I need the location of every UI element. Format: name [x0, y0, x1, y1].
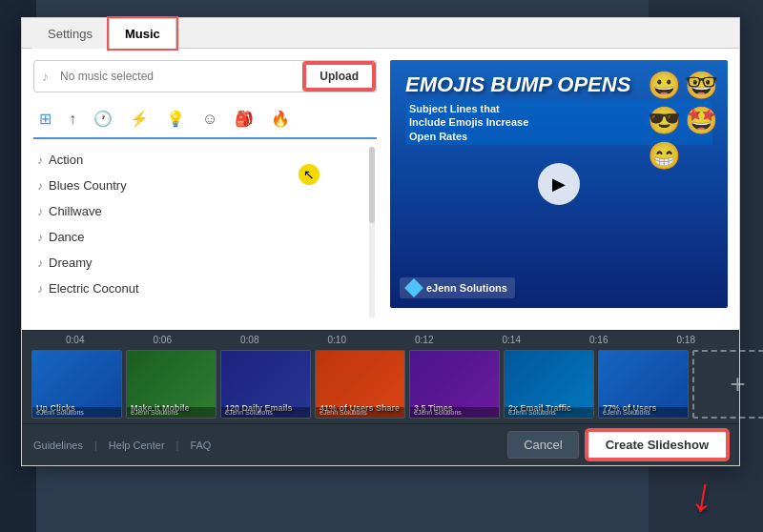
time-mark-8: 0:18	[643, 335, 731, 345]
dialog-body: ♪ Upload ⊞ ↑ 🕐 ⚡ 💡 ☺ 🎒 🔥 ↖	[22, 49, 739, 330]
time-mark-6: 0:14	[468, 335, 556, 345]
music-list-area: ↖ ♪ Action ♪ Blues Country ♪	[33, 147, 377, 318]
right-panel: Emojis Bump Opens Subject Lines that Inc…	[390, 60, 728, 318]
footer-sep-2: |	[176, 440, 179, 451]
create-slideshow-button[interactable]: Create Slideshow	[587, 430, 728, 460]
time-mark-4: 0:10	[294, 335, 382, 345]
category-all-icon[interactable]: ⊞	[35, 108, 55, 130]
emoji-laugh: 😁	[648, 140, 681, 172]
track-item-dance[interactable]: ♪ Dance	[33, 224, 377, 250]
slide-thumb-2[interactable]: Make it Mobile eJenn Solutions	[126, 350, 217, 419]
track-item-blues[interactable]: ♪ Blues Country	[33, 173, 377, 198]
music-dialog: Settings Music ♪ Upload ⊞ ↑ 🕐 ⚡ 💡 ☺ 🎒	[21, 17, 740, 466]
upload-button[interactable]: Upload	[304, 63, 374, 90]
thumb-bottom-3: eJenn Solutions	[221, 407, 310, 418]
cancel-button[interactable]: Cancel	[507, 431, 578, 459]
add-slide-button[interactable]: +	[692, 350, 763, 419]
video-emojis: 😀 🤓 😎 🤩 😁	[648, 70, 718, 172]
action-buttons: Cancel Create Slideshow	[507, 430, 728, 460]
time-mark-5: 0:12	[381, 335, 468, 345]
track-item-electric[interactable]: ♪ Electric Coconut	[33, 276, 377, 301]
timeline-thumbnails: Up Clicks eJenn Solutions Make it Mobile…	[22, 345, 739, 423]
track-item-dreamy[interactable]: ♪ Dreamy	[33, 250, 377, 276]
brand-name-text: eJenn Solutions	[426, 282, 507, 294]
slide-thumb-5[interactable]: 3.5 Times eJenn Solutions	[409, 350, 500, 419]
emoji-row-1: 😀 🤓	[648, 70, 718, 101]
footer-links: Guidelines | Help Center | FAQ	[33, 440, 211, 451]
music-note-icon-6: ♪	[37, 282, 43, 296]
thumb-bottom-4: eJenn Solutions	[316, 407, 404, 418]
thumb-bottom-2: eJenn Solutions	[127, 407, 216, 418]
video-branding: eJenn Solutions	[400, 277, 515, 298]
music-note-icon-4: ♪	[37, 231, 43, 244]
time-mark-2: 0:06	[119, 335, 207, 345]
emoji-row-2: 😎 🤩	[648, 105, 718, 136]
footer-link-faq[interactable]: FAQ	[190, 440, 211, 451]
tab-music[interactable]: Music	[109, 18, 176, 49]
timeline-ruler: 0:04 0:06 0:08 0:10 0:12 0:14 0:16 0:18	[22, 331, 739, 345]
track-item-action[interactable]: ♪ Action	[33, 147, 377, 173]
scrollbar[interactable]	[369, 147, 375, 318]
category-hot-icon[interactable]: 🔥	[267, 108, 294, 130]
music-note-icon-1: ♪	[37, 153, 43, 167]
scrollbar-thumb[interactable]	[369, 147, 375, 223]
category-icons-row: ⊞ ↑ 🕐 ⚡ 💡 ☺ 🎒 🔥	[33, 102, 377, 139]
slide-thumb-6[interactable]: 2x Email Traffic eJenn Solutions	[504, 350, 594, 419]
category-energy-icon[interactable]: ⚡	[126, 108, 153, 130]
emoji-nerd: 🤓	[685, 70, 718, 101]
time-mark-1: 0:04	[31, 335, 119, 345]
emoji-grin: 😀	[648, 70, 681, 101]
thumb-bottom-1: eJenn Solutions	[32, 407, 121, 418]
tab-bar: Settings Music	[22, 18, 739, 49]
footer-link-guidelines[interactable]: Guidelines	[33, 440, 83, 451]
category-corporate-icon[interactable]: 🎒	[231, 108, 258, 130]
music-note-icon-5: ♪	[37, 256, 43, 270]
music-search-input[interactable]	[56, 64, 302, 89]
track-item-chillwave[interactable]: ♪ Chillwave	[33, 198, 377, 224]
tab-settings[interactable]: Settings	[31, 18, 109, 49]
slide-thumb-1[interactable]: Up Clicks eJenn Solutions	[31, 350, 122, 419]
music-search-bar: ♪ Upload	[33, 60, 377, 92]
slide-thumb-7[interactable]: 77% of Users eJenn Solutions	[598, 350, 689, 419]
thumb-bottom-7: eJenn Solutions	[599, 407, 688, 418]
emoji-row-3: 😁	[648, 140, 718, 172]
left-panel: ♪ Upload ⊞ ↑ 🕐 ⚡ 💡 ☺ 🎒 🔥 ↖	[33, 60, 377, 318]
music-track-list: ♪ Action ♪ Blues Country ♪ Chillwave ♪	[33, 147, 377, 301]
emoji-cool: 😎	[648, 105, 681, 136]
timeline-section: 0:04 0:06 0:08 0:10 0:12 0:14 0:16 0:18 …	[22, 330, 739, 423]
video-preview[interactable]: Emojis Bump Opens Subject Lines that Inc…	[390, 60, 728, 308]
footer-sep-1: |	[94, 440, 97, 451]
music-list-wrapper[interactable]: ♪ Action ♪ Blues Country ♪ Chillwave ♪	[33, 147, 377, 318]
footer-link-help[interactable]: Help Center	[109, 440, 165, 451]
emoji-star: 🤩	[685, 105, 718, 136]
thumb-bottom-5: eJenn Solutions	[410, 407, 499, 418]
category-recent-icon[interactable]: 🕐	[90, 108, 116, 130]
bottom-bar: Guidelines | Help Center | FAQ Cancel Cr…	[22, 423, 739, 465]
thumb-bottom-6: eJenn Solutions	[505, 407, 593, 418]
video-play-button[interactable]: ▶	[538, 163, 580, 205]
time-mark-3: 0:08	[206, 335, 294, 345]
slide-thumb-4[interactable]: 41% of Users Share eJenn Solutions	[315, 350, 405, 419]
category-happy-icon[interactable]: ☺	[198, 109, 221, 130]
category-trending-icon[interactable]: ↑	[65, 109, 80, 130]
slide-thumb-3[interactable]: 120 Daily Emails eJenn Solutions	[220, 350, 311, 419]
category-ideas-icon[interactable]: 💡	[162, 108, 189, 130]
music-note-icon-3: ♪	[37, 205, 43, 218]
music-note-icon-2: ♪	[37, 179, 43, 193]
time-mark-7: 0:16	[555, 335, 643, 345]
music-note-icon: ♪	[34, 63, 56, 90]
brand-diamond-icon	[404, 278, 423, 297]
